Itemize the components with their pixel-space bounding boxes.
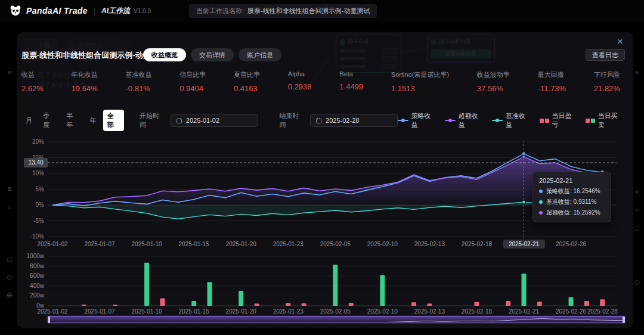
tooltip-row: 超额收益: 15.2592% — [539, 209, 605, 217]
trade-bar-sell — [506, 301, 510, 306]
legend-excess[interactable]: 超额收益 — [445, 111, 484, 129]
daily-trades-bar-chart[interactable] — [48, 254, 620, 309]
view-logs-button[interactable]: 查看日志 — [586, 49, 625, 61]
panda-logo-icon — [10, 5, 21, 17]
y-axis-label: 0w — [17, 302, 44, 309]
calendar-icon — [176, 117, 182, 124]
end-date-input[interactable]: 2025-02-28 — [310, 114, 398, 127]
metric-label: 收益 — [21, 70, 35, 79]
start-date-label: 开始时间 — [140, 111, 166, 129]
y-axis-label: 400w — [17, 283, 44, 289]
end-date-value: 2025-02-28 — [326, 117, 359, 124]
close-icon[interactable]: × — [614, 36, 626, 48]
metric-value: 21.82% — [594, 84, 620, 93]
metric-value: 0.2938 — [288, 82, 312, 91]
series-dot — [539, 200, 543, 204]
legend-square-swatch — [586, 119, 595, 123]
x-axis-label: 2025-01-20 — [220, 241, 262, 247]
trade-bar-sell — [113, 305, 117, 306]
divider: | — [94, 7, 95, 15]
legend-label: 策略收益 — [411, 111, 437, 129]
trade-bar-buy — [144, 263, 149, 306]
metric-value: 2.62% — [21, 84, 44, 93]
zoom-handle-right[interactable] — [623, 317, 625, 323]
tooltip-row: 基准收益: 0.9311% — [539, 198, 605, 206]
x-axis-label: 2025-02-21 — [503, 240, 545, 249]
x-axis-label: 2025-01-20 — [220, 308, 262, 315]
metric-value: 1.1513 — [391, 84, 415, 93]
workflow-name-pill: 当前工作流名称: 股票-线性和非线性组合回测示例-动量测试 — [189, 4, 377, 18]
x-axis-label: 2025-02-21 — [503, 308, 545, 315]
period-month[interactable]: 月 — [21, 114, 36, 127]
metric-label: 年化收益 — [72, 70, 98, 79]
y-axis-label: -5% — [17, 218, 44, 224]
x-axis-label: 2025-02-18 — [456, 308, 497, 315]
bar-chart-x-axis: 2025-01-022025-01-072025-01-102025-01-15… — [17, 307, 633, 315]
trade-bar-sell — [302, 303, 306, 306]
period-quarter[interactable]: 季度 — [39, 110, 60, 131]
legend-square-swatch — [540, 119, 549, 123]
period-selector: 月季度半年年全部 — [21, 110, 124, 131]
metric-label: Alpha — [288, 70, 305, 77]
tab-trade-details[interactable]: 交易详情 — [191, 48, 234, 61]
y-axis-label: 800w — [17, 263, 44, 269]
y-axis-label: 200w — [17, 292, 44, 299]
metric-value: 19.64% — [72, 84, 98, 93]
y-axis-label: 0% — [17, 201, 44, 208]
metric: 年化收益19.64% — [72, 70, 98, 93]
start-date-input[interactable]: 2025-01-02 — [171, 114, 258, 127]
x-axis-label: 2025-01-02 — [32, 241, 73, 247]
trade-bar-sell — [474, 302, 479, 306]
period-half-year[interactable]: 半年 — [62, 110, 83, 131]
trade-bar-buy — [239, 291, 243, 306]
metric-value: 37.56% — [477, 84, 503, 93]
period-year[interactable]: 年 — [86, 114, 101, 127]
x-axis-label: 2025-02-13 — [408, 241, 450, 247]
metric-value: 0.4163 — [234, 84, 258, 93]
trade-bar-sell — [255, 303, 259, 306]
metric-label: 收益波动率 — [477, 70, 510, 79]
trade-bar-sell — [349, 303, 354, 306]
brand-title: PandaAI Trade — [26, 6, 88, 15]
metric-value: -0.81% — [126, 84, 150, 93]
metric-value: 1.4499 — [339, 82, 363, 91]
trade-bar-sell — [600, 299, 605, 306]
legend-line-swatch — [398, 120, 408, 121]
workflow-name-value: 股票-线性和非线性组合回测示例-动量测试 — [247, 7, 370, 15]
trade-bar-buy — [191, 301, 196, 306]
metric-label: 信息比率 — [179, 70, 206, 79]
y-axis-label: 600w — [17, 272, 44, 279]
legend-daily-pnl[interactable]: 当日盈亏 — [540, 111, 578, 129]
metric: Sortino(索提诺比率)1.1513 — [391, 70, 449, 93]
x-axis-label: 2025-01-07 — [79, 308, 120, 315]
metric: 信息比率0.9404 — [179, 70, 206, 93]
legend-daily-trades[interactable]: 当日买卖 — [586, 111, 624, 129]
chart-zoom-slider[interactable] — [47, 315, 626, 324]
x-axis-label: 2025-02-05 — [314, 308, 356, 315]
metric-value: -11.73% — [538, 84, 566, 93]
start-date-value: 2025-01-02 — [186, 117, 219, 124]
tab-overview[interactable]: 收益概览 — [143, 48, 186, 61]
metrics-row: 收益2.62%年化收益19.64%基准收益-0.81%信息比率0.9404夏普比… — [21, 70, 620, 93]
tab-account-info[interactable]: 账户信息 — [239, 48, 281, 61]
trade-bar-sell — [411, 302, 416, 306]
legend-benchmark[interactable]: 基准收益 — [492, 111, 531, 129]
x-axis-label: 2025-01-15 — [173, 308, 215, 315]
x-axis-label: 2025-01-10 — [126, 241, 168, 247]
x-axis-label: 2025-01-10 — [126, 308, 168, 315]
metric: Alpha0.2938 — [288, 70, 312, 93]
zoom-handle-left[interactable] — [48, 317, 50, 323]
chart-tooltip: 2025-02-21 策略收益: 16.2546%基准收益: 0.9311%超额… — [532, 172, 611, 222]
result-tabs: 收益概览交易详情账户信息 — [143, 48, 281, 61]
y-axis-label: -10% — [17, 233, 44, 240]
chart-legend: 策略收益超额收益基准收益当日盈亏当日买卖 — [398, 111, 624, 129]
x-axis-label: 2025-02-10 — [361, 241, 403, 247]
trade-bar-buy — [569, 297, 574, 306]
metric-label: 最大回撤 — [538, 70, 564, 79]
zoom-selected-range[interactable] — [48, 316, 625, 322]
x-axis-label: 2025-02-05 — [314, 241, 356, 247]
tooltip-date: 2025-02-21 — [539, 177, 605, 184]
trade-bar-sell — [427, 303, 432, 306]
period-all[interactable]: 全部 — [103, 110, 124, 131]
legend-strategy[interactable]: 策略收益 — [398, 111, 437, 129]
